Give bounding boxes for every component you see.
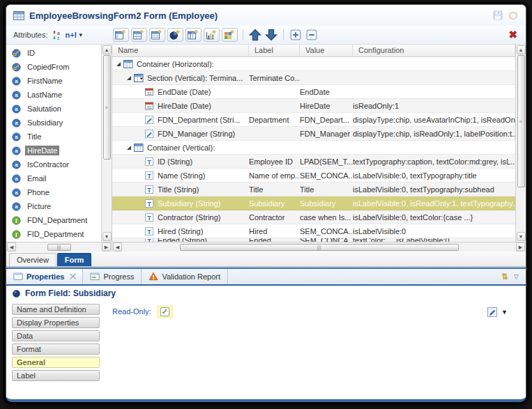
tab-overview[interactable]: Overview [9,253,56,266]
properties-nav-format[interactable]: Format [12,344,100,355]
collapse-all-icon[interactable] [305,28,319,42]
tree-row[interactable]: TID (String)Employee IDLPAD(SEM_T...text… [112,155,515,169]
column-header-value[interactable]: Value [300,45,353,56]
tree-row[interactable]: TContractor (String)Contractorcase when … [112,210,515,224]
refresh-icon[interactable] [508,10,519,21]
tree-cell-name: FDN_Department (Stri... [112,115,249,125]
add-list-icon[interactable] [149,28,165,42]
scrollbar-thumb[interactable]: ||| [47,244,71,251]
add-grid-icon[interactable] [185,28,202,42]
close-icon[interactable]: ⤫ [70,272,75,281]
attribute-label: Picture [25,201,53,211]
sidebar-item-hiredate[interactable]: aHireDate [6,144,101,157]
expand-all-icon[interactable] [289,28,303,42]
sidebar-item-title[interactable]: aTitle [6,130,101,144]
scroll-left-icon[interactable]: ◀ [7,242,16,252]
tab-form[interactable]: Form [57,253,92,266]
read-only-checkbox[interactable]: ✓ [160,307,169,316]
tree-vertical-scrollbar[interactable]: ▲ ≡ ▼ [515,45,526,242]
sidebar-vertical-scrollbar[interactable]: ▲ ≡ ▼ [101,45,112,242]
tree-row[interactable]: TSubsidiary (String)SubsidiarySubsidiary… [112,196,515,210]
text-field-icon: T [144,157,154,167]
scroll-up-icon[interactable]: ▲ [102,45,112,54]
remove-button[interactable]: ✖ [508,29,517,41]
scroll-right-icon[interactable]: ▶ [516,242,525,252]
sidebar-item-phone[interactable]: aPhone [6,185,101,199]
page-title: EmployeeBrowsingForm2 Form (Employee) [29,10,492,21]
add-bar-chart-icon[interactable] [204,28,220,42]
chevron-down-icon[interactable]: ▼ [78,32,84,38]
scrollbar-thumb[interactable]: ||| [180,244,459,251]
tree-cell-name: 31EndDate (Date) [112,87,249,97]
sidebar-item-subsidiary[interactable]: aSubsidiary [6,116,101,130]
tab-properties[interactable]: Properties⤫ [6,269,83,284]
sidebar-item-email[interactable]: aEmail [6,171,101,185]
edit-properties-button[interactable] [487,307,498,318]
sidebar-item-salutation[interactable]: aSalutation [6,102,101,116]
tab-validation-report[interactable]: Validation Report [142,269,228,284]
sort-mode-button[interactable]: n+l [66,31,77,39]
attribute-label: HireDate [25,146,59,155]
column-header-label[interactable]: Label [249,45,300,56]
tree-row[interactable]: TName (String)Name of emp...SEM_CONCA...… [112,169,515,183]
scrollbar-thumb[interactable]: ≡ [103,55,111,160]
tree-row[interactable]: 31EndDate (Date)EndDate [112,85,515,99]
chevron-down-icon[interactable]: ▼ [501,309,508,316]
sync-arrows-icon[interactable]: ⇅ [501,272,508,281]
move-up-icon[interactable] [248,28,262,42]
sort-icon[interactable]: az [52,29,63,40]
scrollbar-thumb[interactable]: ≡ [517,55,525,187]
container-icon [134,143,144,153]
attribute-label: FirstName [25,76,65,86]
sidebar-item-lastname[interactable]: aLastName [6,88,101,102]
svg-text:f: f [15,231,17,238]
tree-row[interactable]: Section (Vertical): Termina...Terminate … [112,71,515,85]
properties-nav-display-properties[interactable]: Display Properties [12,317,100,328]
sidebar-item-fid_department[interactable]: fFID_Department [6,227,101,241]
sidebar-item-iscontractor[interactable]: aIsContractor [6,157,101,171]
scroll-down-icon[interactable]: ▼ [102,232,112,241]
tree-cell-config: isReadOnly:1 [353,102,515,110]
add-form-icon[interactable] [113,28,129,42]
scroll-up-icon[interactable]: ▲ [517,45,526,54]
properties-nav-label[interactable]: Label [12,370,100,381]
tree-row[interactable]: TTitle (String)TitleTitleisLabelVisible:… [112,183,515,196]
expanded-twisty-icon[interactable] [116,62,121,66]
properties-nav-data[interactable]: Data [12,330,100,341]
tree-horizontal-scrollbar[interactable]: ◀ ||| ▶ [112,242,526,252]
tree-row[interactable]: 31HireDate (Date)HireDateisReadOnly:1 [112,99,515,113]
tree-row[interactable]: THired (String)HiredSEM_CONCA...isLabelV… [112,224,515,238]
save-icon[interactable] [492,10,503,21]
sidebar-horizontal-scrollbar[interactable]: ◀ ||| ▶ [6,242,112,252]
move-down-icon[interactable] [264,28,278,42]
scroll-down-icon[interactable]: ▼ [517,232,526,241]
tree-row[interactable]: Container (Vertical): [112,141,515,155]
properties-nav-general[interactable]: General [12,357,100,368]
add-tile-icon[interactable] [222,28,238,42]
view-menu-icon[interactable]: ▽ [514,273,519,280]
tree-row[interactable]: Container (Horizontal): [112,57,515,71]
sidebar-item-fdn_department[interactable]: fFDN_Department [6,213,101,227]
tree-cell-config: isLabelVisible:0 [353,227,515,236]
tree-row[interactable]: FDN_Department (Stri...DepartmentFDN_Dep… [112,113,515,127]
add-table-icon[interactable] [131,28,147,42]
sidebar-item-picture[interactable]: aPicture [6,199,101,213]
properties-nav-name-and-definition[interactable]: Name and Definition [12,304,100,315]
expanded-twisty-icon[interactable] [127,76,131,80]
sidebar-item-id[interactable]: ID [6,46,101,60]
attribute-icon: a [12,202,21,211]
tab-progress[interactable]: Progress [83,269,142,284]
expanded-twisty-icon[interactable] [127,146,131,150]
warning-icon [149,272,158,282]
column-header-configuration[interactable]: Configuration [353,45,515,56]
sidebar-item-copiedfrom[interactable]: CopiedFrom [6,60,101,74]
attribute-label: ID [25,48,37,58]
sidebar-item-firstname[interactable]: aFirstName [6,74,101,88]
add-pie-chart-icon[interactable] [167,28,183,42]
svg-text:T: T [147,228,151,235]
column-header-name[interactable]: Name [112,45,249,56]
scroll-right-icon[interactable]: ▶ [102,242,111,252]
row-name-label: Hired (String) [158,227,203,236]
scroll-left-icon[interactable]: ◀ [113,242,122,252]
tree-row[interactable]: FDN_Manager (String)FDN_ManagerdisplayTy… [112,127,515,141]
